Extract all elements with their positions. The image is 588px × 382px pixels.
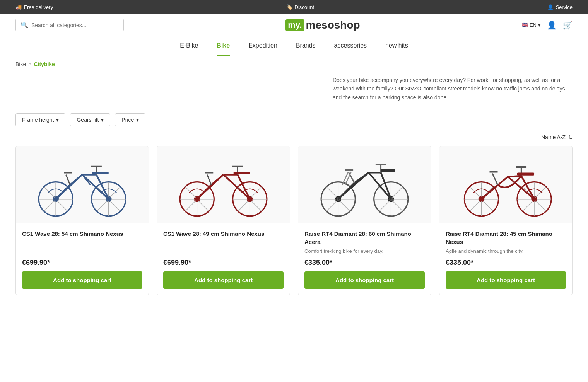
top-bar: 🚚 Free delivery 🏷️ Discount 👤 Service	[0, 0, 588, 14]
svg-line-41	[198, 201, 209, 211]
product-desc-1	[22, 240, 142, 254]
svg-line-40	[185, 187, 196, 197]
svg-line-115	[523, 201, 533, 211]
product-info-1: CS1 Wave 28: 54 cm Shimano Nexus €699.90…	[16, 223, 149, 295]
svg-line-104	[470, 187, 480, 197]
breadcrumb-current: Citybike	[34, 61, 55, 67]
svg-line-8	[44, 187, 55, 197]
svg-line-113	[535, 201, 546, 211]
product-card-4: Raise RT4 Diamant 28: 45 cm Shimano Nexu…	[439, 146, 573, 295]
svg-line-49	[251, 201, 262, 211]
svg-line-91	[349, 172, 355, 183]
product-desc-4: Agile and dynamic through the city.	[446, 248, 566, 254]
chevron-down-icon: ▾	[56, 117, 59, 123]
filters-bar: Frame height ▾ Gearshift ▾ Price ▾	[0, 109, 588, 134]
language-selector[interactable]: 🇬🇧 EN ▾	[522, 22, 541, 28]
delivery-label: Free delivery	[24, 4, 53, 10]
gearshift-label: Gearshift	[77, 117, 99, 123]
product-info-4: Raise RT4 Diamant 28: 45 cm Shimano Nexu…	[439, 223, 572, 295]
product-name-3: Raise RT4 Diamant 28: 60 cm Shimano Acer…	[304, 230, 425, 246]
svg-line-9	[57, 201, 67, 211]
account-icon[interactable]: 👤	[547, 20, 557, 30]
svg-line-29	[66, 175, 70, 185]
description-text: Does your bike accompany you everywhere …	[333, 76, 573, 102]
sort-icon: ⇅	[568, 134, 573, 140]
product-card-1: CS1 Wave 28: 54 cm Shimano Nexus €699.90…	[15, 146, 149, 295]
svg-line-71	[326, 187, 337, 197]
logo-my: my.	[285, 19, 304, 31]
svg-line-116	[508, 177, 534, 199]
svg-line-72	[339, 201, 350, 211]
svg-line-120	[482, 185, 498, 199]
nav-item-ebike[interactable]: E-Bike	[180, 37, 198, 56]
header: 🔍 my.mesoshop 🇬🇧 EN ▾ 👤 🛒	[0, 14, 588, 36]
search-icon: 🔍	[21, 21, 28, 29]
svg-line-107	[470, 201, 480, 211]
frame-height-label: Frame height	[22, 117, 54, 123]
chevron-down-icon: ▾	[538, 22, 541, 28]
lang-label: EN	[530, 22, 537, 28]
service-icon: 👤	[547, 4, 554, 10]
svg-line-23	[96, 175, 109, 199]
service-label: Service	[556, 4, 573, 10]
product-name-2: CS1 Wave 28: 49 cm Shimano Nexus	[163, 230, 284, 238]
product-info-2: CS1 Wave 28: 49 cm Shimano Nexus €699.90…	[157, 223, 290, 295]
product-desc-3: Comfort trekking bike for every day.	[304, 248, 425, 254]
search-bar[interactable]: 🔍	[15, 19, 124, 31]
svg-line-123	[492, 174, 498, 185]
nav-item-bike[interactable]: Bike	[217, 37, 230, 56]
breadcrumb: Bike > Citybike	[0, 56, 588, 72]
add-to-cart-button-2[interactable]: Add to shopping cart	[163, 271, 284, 289]
add-to-cart-button-3[interactable]: Add to shopping cart	[304, 271, 425, 289]
svg-line-88	[338, 183, 354, 199]
svg-line-52	[224, 175, 250, 199]
product-image-4	[439, 146, 572, 223]
logo-rest: mesoshop	[306, 19, 360, 31]
svg-line-83	[369, 173, 391, 199]
svg-line-55	[238, 175, 250, 199]
product-image-3	[298, 146, 431, 223]
chevron-down-icon: ▾	[101, 117, 104, 123]
price-label: Price	[121, 117, 134, 123]
svg-line-74	[326, 201, 337, 211]
truck-icon: 🚚	[15, 4, 22, 10]
price-filter[interactable]: Price ▾	[115, 113, 145, 126]
svg-line-80	[392, 201, 403, 211]
product-desc-2	[163, 240, 284, 254]
nav-item-new-hits[interactable]: new hits	[385, 37, 408, 56]
svg-line-50	[251, 187, 262, 197]
gearshift-filter[interactable]: Gearshift ▾	[70, 113, 110, 126]
add-to-cart-button-4[interactable]: Add to shopping cart	[446, 271, 566, 289]
product-card-2: CS1 Wave 28: 49 cm Shimano Nexus €699.90…	[157, 146, 290, 295]
nav-item-accessories[interactable]: accessories	[334, 37, 367, 56]
svg-line-56	[211, 175, 224, 185]
svg-line-11	[44, 201, 55, 211]
search-input[interactable]	[31, 22, 119, 28]
discount-icon: 🏷️	[286, 4, 292, 10]
svg-line-105	[483, 201, 493, 211]
svg-line-17	[110, 201, 120, 211]
breadcrumb-root[interactable]: Bike	[15, 61, 26, 67]
svg-line-81	[392, 187, 403, 197]
products-grid: CS1 Wave 28: 54 cm Shimano Nexus €699.90…	[0, 146, 588, 311]
sort-bar: Name A-Z ⇅	[0, 134, 588, 146]
product-price-2: €699.90*	[163, 259, 284, 267]
main-nav: E-Bike Bike Expedition Brands accessorie…	[0, 36, 588, 56]
chevron-down-icon: ▾	[136, 117, 139, 123]
product-name-1: CS1 Wave 28: 54 cm Shimano Nexus	[22, 230, 142, 238]
nav-item-expedition[interactable]: Expedition	[248, 37, 277, 56]
svg-line-60	[207, 175, 212, 185]
cart-icon[interactable]: 🛒	[563, 20, 573, 30]
svg-line-18	[110, 187, 120, 197]
add-to-cart-button-1[interactable]: Add to shopping cart	[22, 271, 142, 289]
frame-height-filter[interactable]: Frame height ▾	[15, 113, 65, 126]
delivery-info: 🚚 Free delivery	[15, 4, 53, 10]
discount-info: 🏷️ Discount	[286, 4, 315, 10]
product-name-4: Raise RT4 Diamant 28: 45 cm Shimano Nexu…	[446, 230, 566, 246]
svg-rect-62	[234, 172, 250, 174]
nav-item-brands[interactable]: Brands	[296, 37, 316, 56]
service-info: 👤 Service	[547, 4, 573, 10]
product-image-2	[157, 146, 290, 223]
product-card-3: Raise RT4 Diamant 28: 60 cm Shimano Acer…	[298, 146, 431, 295]
svg-line-118	[508, 176, 521, 177]
